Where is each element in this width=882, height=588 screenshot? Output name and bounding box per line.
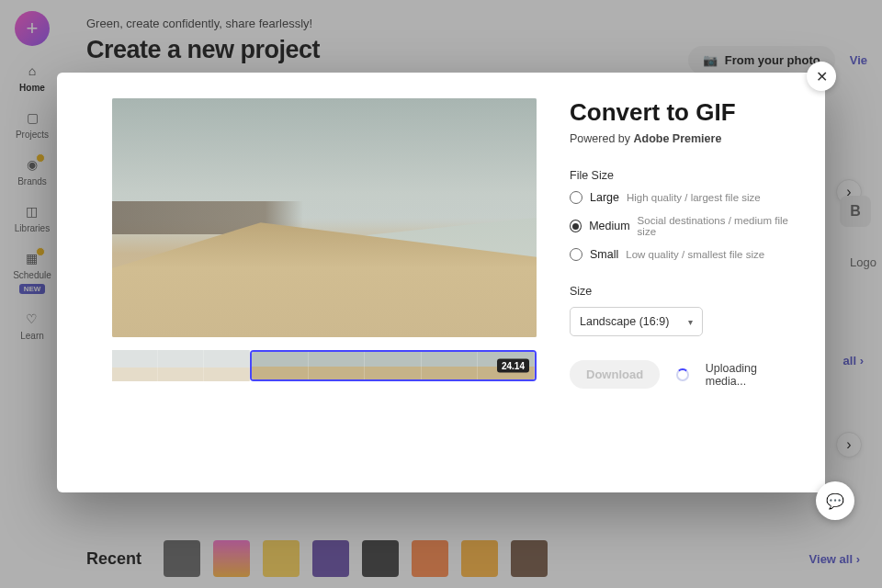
- radio-icon: [570, 248, 582, 261]
- filesize-section-label: File Size: [570, 169, 797, 182]
- upload-status-text: Uploading media...: [706, 362, 797, 388]
- size-section-label: Size: [570, 285, 797, 298]
- select-value: Landscape (16:9): [580, 315, 669, 328]
- convert-to-gif-modal: ✕ 24.14 Convert to GIF Powered by Adobe …: [57, 73, 825, 492]
- chevron-down-icon: ▾: [688, 317, 693, 327]
- close-icon: ✕: [816, 68, 828, 85]
- radio-icon: [570, 220, 582, 232]
- chat-icon: 💬: [826, 492, 844, 510]
- aspect-ratio-select[interactable]: Landscape (16:9) ▾: [570, 307, 703, 336]
- video-preview[interactable]: [112, 98, 537, 337]
- filesize-option-medium[interactable]: Medium Social destinations / medium file…: [570, 215, 797, 237]
- modal-title: Convert to GIF: [570, 98, 797, 127]
- timeline-unselected: [112, 350, 250, 381]
- radio-icon: [570, 191, 582, 204]
- powered-by: Powered by Adobe Premiere: [570, 132, 797, 145]
- filesize-option-small[interactable]: Small Low quality / smallest file size: [570, 248, 797, 261]
- loading-spinner-icon: [676, 368, 689, 381]
- option-name: Medium: [589, 220, 629, 232]
- option-name: Large: [590, 191, 619, 204]
- option-name: Small: [590, 248, 618, 261]
- action-row: Download Uploading media...: [570, 360, 797, 389]
- download-button[interactable]: Download: [570, 360, 660, 389]
- option-desc: Low quality / smallest file size: [626, 249, 764, 260]
- trim-timeline[interactable]: 24.14: [112, 350, 537, 381]
- feedback-button[interactable]: 💬: [816, 481, 854, 520]
- settings-column: Convert to GIF Powered by Adobe Premiere…: [537, 98, 797, 474]
- preview-column: 24.14: [112, 98, 537, 474]
- filesize-option-large[interactable]: Large High quality / largest file size: [570, 191, 797, 204]
- option-desc: Social destinations / medium file size: [638, 215, 797, 237]
- option-desc: High quality / largest file size: [627, 192, 761, 203]
- timeline-selection[interactable]: 24.14: [250, 350, 537, 381]
- clip-duration-badge: 24.14: [497, 359, 529, 373]
- close-button[interactable]: ✕: [807, 62, 836, 91]
